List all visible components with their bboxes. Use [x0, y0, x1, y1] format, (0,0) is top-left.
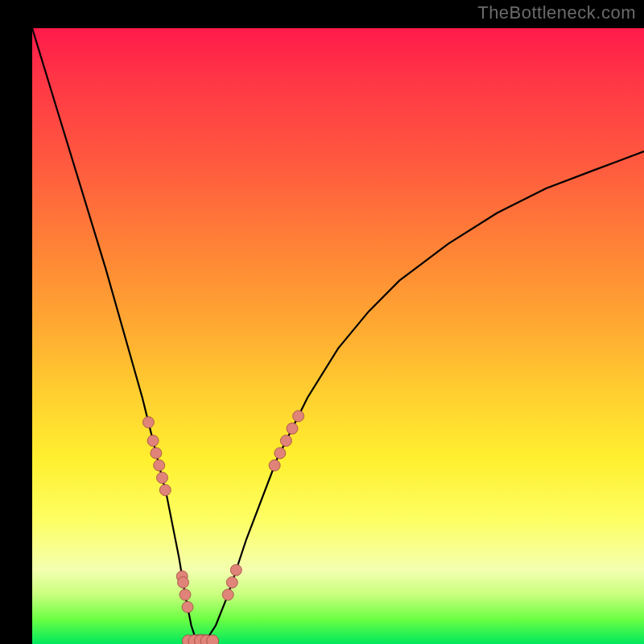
- marker-dot: [154, 460, 165, 471]
- marker-dots: [142, 411, 303, 644]
- marker-dot: [151, 448, 162, 459]
- marker-dot: [182, 601, 193, 613]
- marker-dot: [222, 589, 233, 601]
- marker-dot: [142, 417, 154, 428]
- marker-dot: [207, 635, 219, 644]
- watermark-text: TheBottleneck.com: [477, 2, 636, 23]
- marker-dot: [147, 436, 159, 447]
- plot-area: [32, 28, 644, 644]
- marker-dot: [269, 460, 280, 471]
- marker-dot: [293, 411, 304, 422]
- marker-dot: [180, 589, 191, 601]
- marker-dot: [287, 423, 298, 434]
- curve-svg: [32, 28, 644, 644]
- marker-dot: [275, 448, 286, 459]
- bottleneck-curve: [32, 28, 644, 644]
- marker-dot: [159, 485, 171, 496]
- marker-dot: [280, 436, 291, 447]
- marker-dot: [226, 577, 237, 588]
- marker-dot: [157, 473, 168, 484]
- marker-dot: [230, 564, 242, 576]
- chart-frame: TheBottleneck.com: [0, 0, 644, 644]
- marker-dot: [178, 577, 189, 588]
